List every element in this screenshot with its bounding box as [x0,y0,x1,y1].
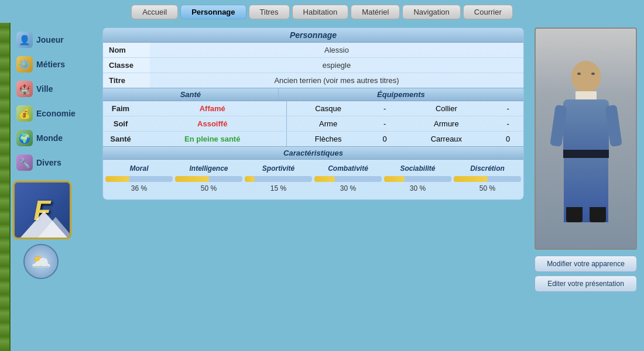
tab-courrier[interactable]: Courrier [463,5,513,19]
bamboo-decoration [0,23,11,351]
fleches-label: Flèches [287,132,369,147]
right-panel: Modifier votre apparence Editer votre pr… [530,23,644,351]
stat-bar-bg [314,176,382,182]
stat-label: Sportivité [262,164,294,173]
stat-value: 36 % [131,184,147,192]
health-equip-table: Faim Affamé Casque - Collier - Soif Asso… [103,101,523,146]
char-body [563,99,609,158]
sidebar-label-joueur: Joueur [36,35,64,44]
stat-label: Intelligence [189,164,228,173]
tab-accueil[interactable]: Accueil [131,5,178,19]
stat-bar-fill [454,176,488,182]
sidebar-item-economie[interactable]: 💰 Economie [13,103,89,124]
stat-bar-fill [314,176,335,182]
stat-col-intelligence: Intelligence50 % [175,164,242,192]
table-row-sante: Santé En pleine santé Flèches 0 Carreaux… [103,132,523,147]
weather-emoji: 🌥️ [31,252,52,271]
soif-value: Assoiffé [138,116,287,132]
economie-icon: 💰 [16,105,33,122]
stat-label: Moral [129,164,148,173]
titre-value: Ancien terrien (voir mes autres titres) [150,73,523,88]
tab-titres[interactable]: Titres [249,5,290,19]
carreaux-label: Carreaux [400,132,493,147]
sante-value: En pleine santé [138,132,287,147]
edit-presentation-button[interactable]: Editer votre présentation [535,276,637,292]
sidebar-item-joueur[interactable]: 👤 Joueur [13,29,89,50]
nom-value: Alessio [150,43,523,58]
sidebar-item-ville[interactable]: 🏰 Ville [13,78,89,99]
divers-icon: 🔧 [16,154,33,171]
sidebar-item-metiers[interactable]: ⚙️ Métiers [13,54,89,75]
sidebar-item-divers[interactable]: 🔧 Divers [13,152,89,173]
nom-label: Nom [103,43,150,58]
stat-bar-bg [454,176,521,182]
carreaux-value: 0 [492,132,523,147]
stat-value: 50 % [201,184,217,192]
collier-value: - [492,101,523,116]
collier-label: Collier [400,101,493,116]
titre-label: Titre [103,73,150,88]
content-area: Personnage Nom Alessio Classe espiegle T… [97,23,530,351]
stat-value: 30 % [340,184,356,192]
stat-value: 15 % [270,184,286,192]
character-panel-header: Personnage [103,28,523,43]
classe-label: Classe [103,58,150,73]
character-portrait [535,27,637,250]
stat-col-moral: Moral36 % [105,164,173,192]
tab-materiel[interactable]: Matériel [351,5,400,19]
health-header: Santé [103,88,278,101]
character-info-table: Nom Alessio Classe espiegle Titre Ancien… [103,43,523,88]
sante-label: Santé [103,132,138,147]
health-section: Santé [103,88,279,101]
stat-col-discrtion: Discrétion50 % [454,164,521,192]
modify-appearance-button[interactable]: Modifier votre apparence [535,256,637,272]
stat-bar-bg [245,176,312,182]
stat-bar-fill [105,176,129,182]
stat-bar-fill [175,176,209,182]
stats-container: Moral36 %Intelligence50 %Sportivité15 %C… [103,160,523,195]
joueur-icon: 👤 [16,32,33,48]
stat-value: 50 % [479,184,495,192]
stat-col-combativit: Combativité30 % [314,164,382,192]
armure-label: Armure [400,116,493,132]
sidebar-label-economie: Economie [36,109,76,118]
stat-label: Sociabilité [400,164,435,173]
casque-value: - [369,101,400,116]
main-layout: 👤 Joueur ⚙️ Métiers 🏰 Ville 💰 Economie 🌍… [0,23,644,351]
soif-label: Soif [103,116,138,132]
equip-section: Équipements [279,88,523,101]
stat-bar-bg [105,176,173,182]
table-row-soif: Soif Assoiffé Arme - Armure - [103,116,523,132]
stat-value: 30 % [410,184,426,192]
ville-icon: 🏰 [16,81,33,97]
sidebar-label-ville: Ville [36,84,53,94]
metiers-icon: ⚙️ [16,56,33,73]
armure-value: - [492,116,523,132]
tab-personnage[interactable]: Personnage [180,5,246,19]
top-navigation: Accueil Personnage Titres Habitation Mat… [0,0,644,23]
classe-value: espiegle [150,58,523,73]
stat-bar-fill [384,176,405,182]
equip-header: Équipements [279,88,523,101]
guild-emblem: F [13,181,71,239]
table-row-classe: Classe espiegle [103,58,523,73]
sidebar-item-monde[interactable]: 🌍 Monde [13,128,89,149]
mountain-svg [15,208,71,238]
caract-header: Caractéristiques [103,146,523,160]
tab-habitation[interactable]: Habitation [292,5,349,19]
stat-col-sportivit: Sportivité15 % [245,164,312,192]
stat-bar-bg [175,176,242,182]
sidebar-label-metiers: Métiers [36,60,65,69]
faim-label: Faim [103,101,138,116]
stat-col-sociabilit: Sociabilité30 % [384,164,451,192]
stat-label: Combativité [328,164,368,173]
casque-label: Casque [287,101,369,116]
stat-bar-bg [384,176,451,182]
stat-label: Discrétion [470,164,505,173]
table-row-nom: Nom Alessio [103,43,523,58]
weather-widget: 🌥️ [23,244,59,279]
tab-navigation[interactable]: Navigation [402,5,460,19]
arme-label: Arme [287,116,369,132]
fleches-value: 0 [369,132,400,147]
sidebar: 👤 Joueur ⚙️ Métiers 🏰 Ville 💰 Economie 🌍… [0,23,97,351]
